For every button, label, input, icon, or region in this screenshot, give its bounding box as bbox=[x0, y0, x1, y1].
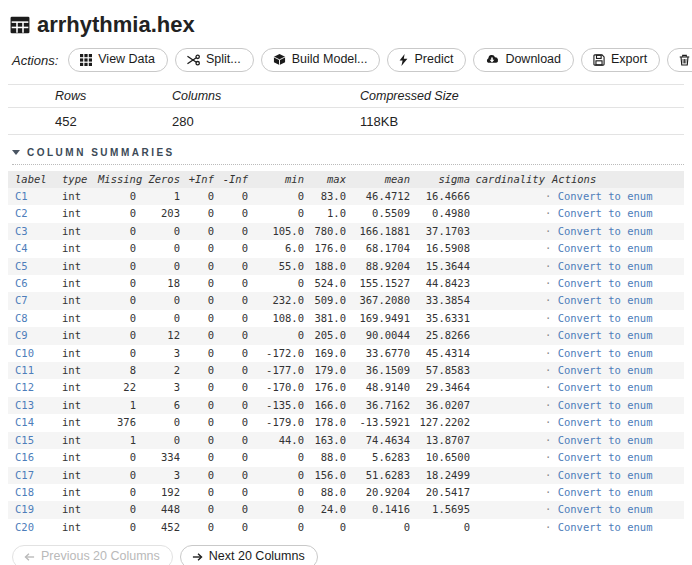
cell-sigma: 37.1703 bbox=[410, 223, 470, 240]
cell-mean: 367.2080 bbox=[346, 292, 410, 309]
cell-cardinality bbox=[470, 310, 545, 327]
cell-neg-inf: 0 bbox=[214, 188, 248, 205]
previous-columns-button[interactable]: Previous 20 Columns bbox=[12, 545, 173, 565]
cell-actions: · Convert to enum bbox=[545, 519, 684, 536]
column-label-link[interactable]: C1 bbox=[15, 190, 28, 202]
cell-pos-inf: 0 bbox=[180, 292, 214, 309]
convert-to-enum-link[interactable]: Convert to enum bbox=[558, 399, 653, 411]
cell-min: 0 bbox=[248, 205, 304, 222]
cell-max: 88.0 bbox=[304, 484, 346, 501]
convert-to-enum-link[interactable]: Convert to enum bbox=[558, 416, 653, 428]
convert-to-enum-link[interactable]: Convert to enum bbox=[558, 434, 653, 446]
col-header-missing: Missing bbox=[98, 171, 136, 188]
convert-to-enum-link[interactable]: Convert to enum bbox=[558, 469, 653, 481]
cell-zeros: 1 bbox=[136, 188, 180, 205]
column-label-link[interactable]: C16 bbox=[15, 451, 34, 463]
cell-sigma: 127.2202 bbox=[410, 414, 470, 431]
export-button[interactable]: Export bbox=[581, 48, 660, 72]
column-label-link[interactable]: C9 bbox=[15, 329, 28, 341]
pagination: Previous 20 Columns Next 20 Columns bbox=[12, 545, 684, 565]
frame-stats-headers: Rows Columns Compressed Size bbox=[8, 85, 684, 108]
cell-neg-inf: 0 bbox=[214, 345, 248, 362]
next-columns-button[interactable]: Next 20 Columns bbox=[180, 545, 318, 565]
convert-to-enum-link[interactable]: Convert to enum bbox=[558, 225, 653, 237]
convert-to-enum-link[interactable]: Convert to enum bbox=[558, 451, 653, 463]
cell-type: int bbox=[62, 484, 98, 501]
cell-max: 780.0 bbox=[304, 223, 346, 240]
convert-to-enum-link[interactable]: Convert to enum bbox=[558, 294, 653, 306]
column-label-link[interactable]: C6 bbox=[15, 277, 28, 289]
cell-mean: 20.9204 bbox=[346, 484, 410, 501]
cell-neg-inf: 0 bbox=[214, 275, 248, 292]
convert-to-enum-link[interactable]: Convert to enum bbox=[558, 503, 653, 515]
convert-to-enum-link[interactable]: Convert to enum bbox=[558, 329, 653, 341]
column-label-link[interactable]: C13 bbox=[15, 399, 34, 411]
column-label-link[interactable]: C4 bbox=[15, 242, 28, 254]
cell-type: int bbox=[62, 501, 98, 518]
convert-to-enum-link[interactable]: Convert to enum bbox=[558, 381, 653, 393]
download-button[interactable]: Download bbox=[473, 48, 574, 72]
cell-actions: · Convert to enum bbox=[545, 449, 684, 466]
cell-max: 0 bbox=[304, 519, 346, 536]
column-label-link[interactable]: C3 bbox=[15, 225, 28, 237]
convert-to-enum-link[interactable]: Convert to enum bbox=[558, 347, 653, 359]
convert-to-enum-link[interactable]: Convert to enum bbox=[558, 277, 653, 289]
column-label-link[interactable]: C2 bbox=[15, 207, 28, 219]
cell-cardinality bbox=[470, 258, 545, 275]
cell-zeros: 3 bbox=[136, 467, 180, 484]
cell-zeros: 6 bbox=[136, 397, 180, 414]
column-label-link[interactable]: C20 bbox=[15, 521, 34, 533]
column-label-link[interactable]: C14 bbox=[15, 416, 34, 428]
view-data-button[interactable]: View Data bbox=[68, 48, 168, 72]
column-label-link[interactable]: C5 bbox=[15, 260, 28, 272]
col-header-pos-inf: +Inf bbox=[180, 171, 214, 188]
cell-cardinality bbox=[470, 275, 545, 292]
bullet-separator: · bbox=[545, 242, 551, 254]
column-label-link[interactable]: C8 bbox=[15, 312, 28, 324]
cell-cardinality bbox=[470, 327, 545, 344]
column-label-link[interactable]: C18 bbox=[15, 486, 34, 498]
cell-zeros: 12 bbox=[136, 327, 180, 344]
cell-type: int bbox=[62, 397, 98, 414]
delete-button[interactable]: Delete bbox=[667, 48, 692, 72]
cell-neg-inf: 0 bbox=[214, 223, 248, 240]
column-label-link[interactable]: C7 bbox=[15, 294, 28, 306]
convert-to-enum-link[interactable]: Convert to enum bbox=[558, 190, 653, 202]
predict-button[interactable]: Predict bbox=[387, 48, 466, 72]
bolt-icon bbox=[399, 54, 408, 66]
frame-stats-values: 452 280 118KB bbox=[8, 108, 684, 135]
col-header-cardinality: cardinality bbox=[470, 171, 545, 188]
split-button[interactable]: Split... bbox=[175, 48, 254, 72]
column-label-link[interactable]: C15 bbox=[15, 434, 34, 446]
column-summaries-section-header[interactable]: COLUMN SUMMARIES bbox=[12, 147, 684, 165]
column-label-link[interactable]: C10 bbox=[15, 347, 34, 359]
cell-actions: · Convert to enum bbox=[545, 205, 684, 222]
convert-to-enum-link[interactable]: Convert to enum bbox=[558, 521, 653, 533]
convert-to-enum-link[interactable]: Convert to enum bbox=[558, 260, 653, 272]
cell-type: int bbox=[62, 292, 98, 309]
cell-missing: 0 bbox=[98, 205, 136, 222]
cell-type: int bbox=[62, 188, 98, 205]
column-label-link[interactable]: C19 bbox=[15, 503, 34, 515]
column-label-link[interactable]: C12 bbox=[15, 381, 34, 393]
cell-actions: · Convert to enum bbox=[545, 188, 684, 205]
convert-to-enum-link[interactable]: Convert to enum bbox=[558, 486, 653, 498]
cell-sigma: 15.3644 bbox=[410, 258, 470, 275]
bullet-separator: · bbox=[545, 225, 551, 237]
cell-missing: 0 bbox=[98, 275, 136, 292]
bullet-separator: · bbox=[545, 486, 551, 498]
build-model-button[interactable]: Build Model... bbox=[261, 48, 381, 72]
convert-to-enum-link[interactable]: Convert to enum bbox=[558, 312, 653, 324]
column-label-link[interactable]: C11 bbox=[15, 364, 34, 376]
convert-to-enum-link[interactable]: Convert to enum bbox=[558, 242, 653, 254]
frame-stats: Rows Columns Compressed Size 452 280 118… bbox=[8, 84, 684, 135]
convert-to-enum-link[interactable]: Convert to enum bbox=[558, 364, 653, 376]
cell-label: C1 bbox=[8, 188, 62, 205]
table-icon bbox=[10, 16, 30, 34]
cell-label: C10 bbox=[8, 345, 62, 362]
cell-zeros: 452 bbox=[136, 519, 180, 536]
column-label-link[interactable]: C17 bbox=[15, 469, 34, 481]
cell-pos-inf: 0 bbox=[180, 327, 214, 344]
cell-pos-inf: 0 bbox=[180, 501, 214, 518]
convert-to-enum-link[interactable]: Convert to enum bbox=[558, 207, 653, 219]
